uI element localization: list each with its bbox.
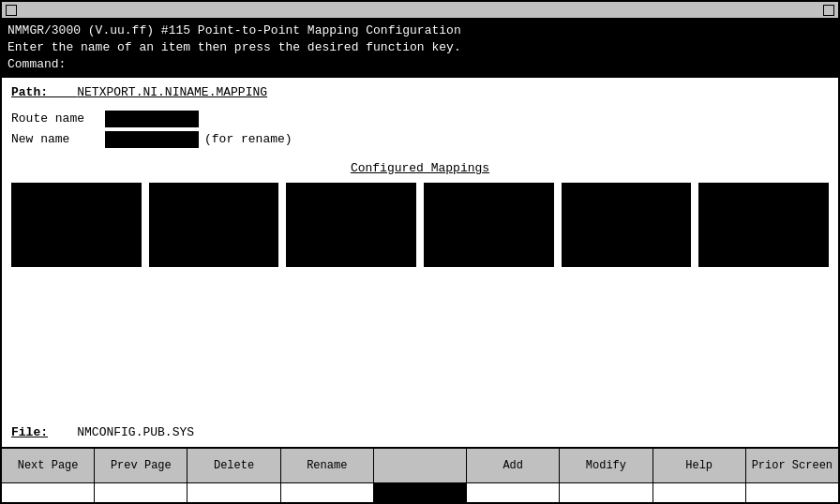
title-bar: [2, 2, 838, 19]
f1-next-page-button[interactable]: Next Page: [2, 449, 95, 482]
route-name-label: Route name: [11, 111, 105, 126]
path-line: Path: NETXPORT.NI.NINAME.MAPPING: [11, 85, 829, 99]
mapping-box-6[interactable]: [698, 183, 829, 267]
close-icon[interactable]: [6, 5, 17, 16]
fkey-num-7: [560, 483, 652, 502]
new-name-row: New name (for rename): [11, 131, 829, 148]
file-value: NMCONFIG.PUB.SYS: [77, 425, 194, 439]
fkey-num-5: [374, 483, 467, 502]
file-line: File: NMCONFIG.PUB.SYS: [11, 422, 829, 439]
f9-prior-screen-button[interactable]: Prior Screen: [746, 449, 838, 482]
fkey-num-4: [281, 483, 374, 502]
fkey-num-3: [188, 483, 280, 502]
mapping-box-5[interactable]: [562, 183, 692, 267]
f6-add-button[interactable]: Add: [467, 449, 560, 482]
fkey-num-6: [467, 483, 560, 502]
route-name-row: Route name: [11, 111, 829, 127]
f3-delete-button[interactable]: Delete: [188, 449, 280, 482]
header-line3: Command:: [8, 56, 832, 73]
for-rename-text: (for rename): [204, 132, 292, 146]
window-frame: NMMGR/3000 (V.uu.ff) #115 Point-to-Point…: [0, 0, 840, 504]
main-content: Path: NETXPORT.NI.NINAME.MAPPING Route n…: [2, 78, 838, 447]
function-keys-row: Next Page Prev Page Delete Rename Add Mo…: [2, 449, 838, 483]
new-name-input[interactable]: [105, 131, 199, 148]
header-line2: Enter the name of an item then press the…: [8, 39, 832, 56]
path-label: Path:: [11, 85, 48, 99]
mapping-box-4[interactable]: [424, 183, 554, 267]
mapping-box-2[interactable]: [149, 183, 279, 267]
maximize-icon[interactable]: [823, 5, 834, 16]
fkey-num-2: [95, 483, 188, 502]
fkey-num-8: [653, 483, 746, 502]
configured-mappings-title: Configured Mappings: [11, 161, 829, 175]
header-section: NMMGR/3000 (V.uu.ff) #115 Point-to-Point…: [2, 19, 838, 78]
path-value: NETXPORT.NI.NINAME.MAPPING: [77, 85, 267, 99]
header-line1: NMMGR/3000 (V.uu.ff) #115 Point-to-Point…: [8, 22, 832, 39]
file-label: File:: [11, 425, 48, 439]
f7-modify-button[interactable]: Modify: [560, 449, 652, 482]
new-name-label: New name: [11, 132, 105, 146]
fkey-num-1: [2, 483, 95, 502]
route-name-input[interactable]: [105, 111, 199, 127]
f4-rename-button[interactable]: Rename: [281, 449, 374, 482]
f2-prev-page-button[interactable]: Prev Page: [95, 449, 188, 482]
mapping-grid: [11, 183, 829, 267]
fkey-numbers-row: [2, 483, 838, 502]
fkey-num-9: [746, 483, 838, 502]
mapping-box-1[interactable]: [11, 183, 142, 267]
bottom-bar: Next Page Prev Page Delete Rename Add Mo…: [2, 447, 838, 502]
f5-empty-button: [374, 449, 467, 482]
f8-help-button[interactable]: Help: [653, 449, 746, 482]
mapping-box-3[interactable]: [286, 183, 416, 267]
